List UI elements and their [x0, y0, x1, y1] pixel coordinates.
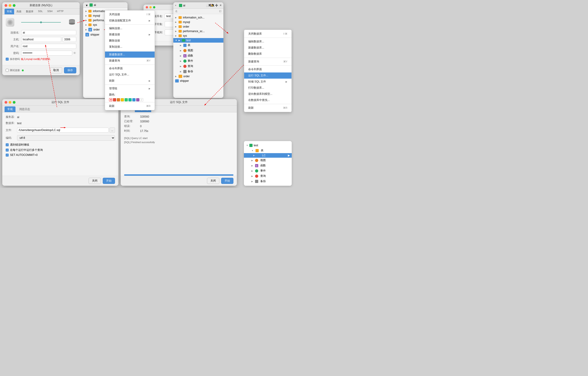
tab-general[interactable]: 常规 [5, 9, 14, 14]
menu-switch-profile[interactable]: 切换连接配置文件 ▶ [105, 18, 155, 24]
icon2[interactable]: ✏️ [210, 4, 214, 7]
expand-icon[interactable]: ▼ [85, 4, 88, 6]
run-sql-2-close-button[interactable]: 关闭 [207, 178, 219, 184]
checkbox2[interactable] [6, 149, 9, 151]
mini-tree-lc[interactable]: ▶ LC ▶ [244, 153, 292, 158]
encoding-select[interactable]: utf-8 [17, 135, 115, 140]
tree-item-perfsc[interactable]: ▶ performance_sc... [173, 29, 223, 33]
tree-item-order2[interactable]: ▶ order [173, 24, 223, 29]
password-input[interactable] [21, 51, 72, 56]
no-color-swatch[interactable]: ✕ [109, 98, 112, 101]
mini-tree-queries[interactable]: ▶ 查询 [244, 173, 292, 179]
file-input[interactable] [17, 128, 109, 133]
show-password-icon[interactable]: 👁 [73, 51, 76, 55]
green-swatch[interactable] [125, 98, 128, 101]
menu-command-interface[interactable]: 命令列界面 [105, 65, 155, 72]
tab-general-run1[interactable]: 常规 [5, 107, 15, 112]
mini-tree-backup[interactable]: ▶ 备份 [244, 179, 292, 184]
yellow-swatch[interactable] [121, 98, 124, 101]
maximize-button[interactable] [153, 6, 155, 9]
menu-new-connection[interactable]: 新建连接 ▶ [105, 32, 155, 38]
mini-tree-funcs[interactable]: ▶ fx 函数 [244, 163, 292, 168]
tree-item-event[interactable]: ▶ 事件 [173, 58, 223, 64]
minimize-button[interactable] [9, 4, 11, 7]
expand-icon[interactable]: ▼ [175, 4, 177, 7]
host-input[interactable] [21, 37, 61, 42]
save-password-checkbox[interactable] [6, 58, 9, 61]
menu-find-in-db[interactable]: 在数据库中查找... [244, 97, 292, 103]
menu-color[interactable]: 颜色: [105, 92, 155, 98]
tab-ssh[interactable]: SSH [45, 9, 55, 14]
maximize-button[interactable] [13, 101, 15, 104]
run-sql-2-start-button[interactable]: 开始 [221, 178, 233, 184]
tree-item-func[interactable]: ▶ fx 函数 [173, 53, 223, 58]
tree-item-mysql[interactable]: ▶ mysql [173, 20, 223, 24]
tree-item-sys[interactable]: ▶ sys [173, 33, 223, 38]
menu-close-db[interactable]: 关闭数据库 ⇧⌘ [244, 31, 292, 37]
tree-item-test[interactable]: ▼ ▶ test [173, 38, 223, 43]
save-button[interactable]: 保存 [64, 67, 76, 73]
menu-print-db[interactable]: 打印数据库... [244, 85, 292, 91]
menu-new-database[interactable]: 新建数据库... [105, 52, 155, 58]
orange-swatch[interactable] [117, 98, 120, 101]
tree-item-order-root[interactable]: ▶ order [173, 74, 223, 79]
test-checkbox[interactable] [6, 69, 9, 72]
menu-edit-connection[interactable]: 编辑连接... [105, 25, 155, 32]
add-icon[interactable]: ➕ [215, 4, 218, 7]
run-sql-1-start-button[interactable]: 开始 [103, 178, 115, 184]
menu-close-connection[interactable]: 关闭连接 ⇧⌘ [105, 11, 155, 18]
menu-run-sql-file[interactable]: 运行 SQL 文件... [244, 73, 292, 79]
tree-item-table[interactable]: ▶ 表 [173, 43, 223, 48]
menu-reverse-db[interactable]: 逆向数据库到模型... [244, 91, 292, 97]
port-input[interactable] [63, 37, 76, 42]
menu-new-query2[interactable]: 新建查询 ⌘Y [244, 59, 292, 65]
run-sql-1-close-button[interactable]: 关闭 [89, 178, 101, 184]
close-button[interactable] [5, 101, 7, 104]
menu-new-db[interactable]: 新建数据库... [244, 45, 292, 51]
file-browse-button[interactable]: ... [110, 127, 115, 133]
blue-swatch[interactable] [132, 98, 136, 101]
menu-copy-connection[interactable]: 复制连接... [105, 44, 155, 50]
maximize-button[interactable] [13, 4, 15, 7]
menu-refresh-db[interactable]: 刷新 ⌘R [244, 105, 292, 111]
tab-database[interactable]: 数据库 [24, 9, 36, 14]
menu-edit-db[interactable]: 编辑数据库... [244, 39, 292, 45]
menu-refresh2[interactable]: 刷新 ⌘R [105, 103, 155, 109]
menu-run-sql[interactable]: 运行 SQL 文件... [105, 72, 155, 78]
menu-delete-db[interactable]: 删除数据库 [244, 51, 292, 57]
tree-item-shipper-root[interactable]: shipper [173, 79, 223, 83]
tree-item-query[interactable]: ▶ 查询 [173, 64, 223, 69]
minimize-button[interactable] [149, 6, 152, 9]
red-swatch[interactable] [113, 98, 116, 101]
menu-dump-sql[interactable]: 转储 SQL 文件 ▶ [244, 79, 292, 85]
username-input[interactable] [21, 44, 76, 49]
close-button[interactable] [5, 4, 7, 7]
menu-cmd-interface[interactable]: 命令列界面 [244, 66, 292, 73]
tab-advanced[interactable]: 高级 [14, 9, 24, 14]
cancel-button[interactable]: 取消 [50, 67, 62, 73]
tab-log-run1[interactable]: 消息日志 [16, 107, 33, 112]
mini-tree-views[interactable]: ▶ 视图 [244, 158, 292, 163]
menu-refresh1[interactable]: 刷新 ▶ [105, 78, 155, 84]
teal-swatch[interactable] [128, 98, 132, 101]
tab-http[interactable]: HTTP [55, 9, 66, 14]
icon1[interactable]: ⬜ [206, 4, 209, 7]
purple-swatch[interactable] [136, 98, 139, 101]
tree-item-inform[interactable]: ▶ information_sch... [173, 15, 223, 20]
tab-ssl[interactable]: SSL [36, 9, 45, 14]
checkbox1[interactable] [6, 143, 9, 146]
checkbox3[interactable] [6, 154, 9, 157]
menu-new-query[interactable]: 新建查询 ⌘Y [105, 58, 155, 64]
menu-manage-groups[interactable]: 管理组 ▶ [105, 86, 155, 92]
menu-delete-connection[interactable]: 删除连接 [105, 38, 155, 44]
slash-swatch[interactable]: / [140, 98, 143, 101]
tree-item-backup[interactable]: ▶ 备份 [173, 69, 223, 74]
svg-rect-18 [178, 75, 182, 78]
mini-tree-events[interactable]: ▶ 事件 [244, 168, 292, 173]
minimize-button[interactable] [9, 101, 11, 104]
delete-icon[interactable]: ✖ [220, 4, 221, 7]
connection-name-input[interactable] [21, 30, 76, 35]
close-button[interactable] [146, 6, 148, 9]
tree-item-view[interactable]: ▶ 视图 [173, 48, 223, 53]
mini-tree-tables[interactable]: ▼ 表 [244, 148, 292, 153]
